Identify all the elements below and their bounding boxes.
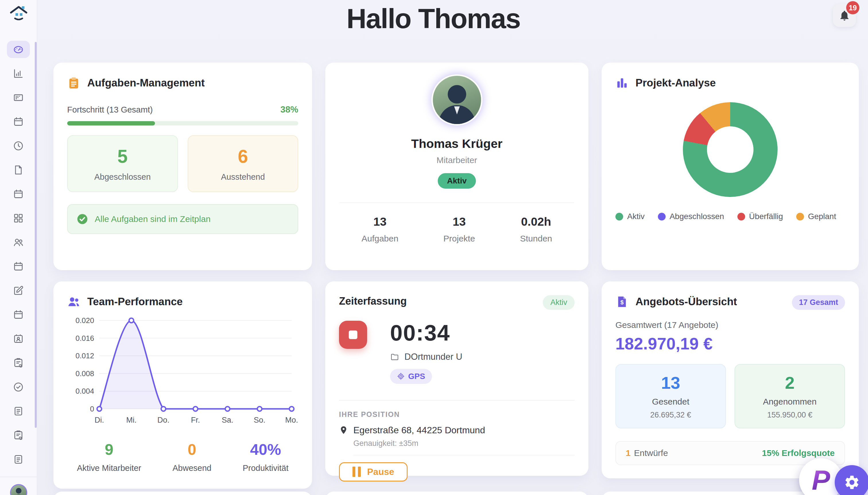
gps-label: GPS — [408, 372, 425, 381]
sidebar-item-file-text-15[interactable] — [7, 403, 30, 420]
legend-item: Überfällig — [737, 212, 783, 221]
svg-text:Di.: Di. — [95, 416, 104, 424]
app-logo-house-icon[interactable] — [9, 4, 28, 23]
svg-text:0.012: 0.012 — [75, 352, 94, 360]
sidebar — [0, 0, 37, 495]
folder-icon — [390, 352, 399, 361]
file-icon — [13, 164, 24, 176]
calendar-icon — [13, 188, 24, 200]
card-zeiterfassung: Zeiterfassung Aktiv 00:34 DOrtmunder U G… — [325, 281, 588, 476]
sidebar-item-calendar-9[interactable] — [7, 258, 30, 275]
divider — [340, 202, 574, 203]
donut-chart-wrap — [683, 102, 778, 197]
stat-completed: 5 Abgeschlossen — [67, 135, 178, 192]
card-aufgaben-management: Aufgaben-Management Fortschritt (13 Gesa… — [53, 63, 312, 270]
sidebar-item-clipboard-sync-16[interactable] — [7, 427, 30, 444]
timer-value: 00:34 — [390, 321, 463, 345]
card-angebots-uebersicht: $ Angebots-Übersicht 17 Gesamt Gesamtwer… — [602, 281, 859, 478]
profile-stat-stunden: 0.02h Stunden — [520, 215, 552, 243]
bar-chart-icon — [615, 76, 629, 89]
quotes-sent-amount: 26.695,32 € — [650, 411, 691, 420]
profile-name: Thomas Krüger — [411, 137, 503, 151]
svg-text:0.004: 0.004 — [75, 387, 94, 395]
quotes-sent-label: Gesendet — [652, 397, 689, 407]
stat-pending-label: Ausstehend — [221, 172, 265, 182]
team-stat-value: 40% — [243, 441, 289, 458]
svg-text:0.008: 0.008 — [75, 369, 94, 378]
pause-button[interactable]: Pause — [339, 462, 407, 481]
sidebar-item-clock-4[interactable] — [7, 137, 30, 154]
card-projekt-analyse: Projekt-Analyse AktivAbgeschlossenÜberfä… — [602, 63, 859, 270]
sidebar-divider — [0, 477, 37, 477]
grid-icon — [13, 212, 24, 224]
users-icon — [13, 237, 24, 248]
profile-stat-value: 13 — [444, 215, 475, 228]
sidebar-item-bar-chart-1[interactable] — [7, 65, 30, 82]
card-title: Zeiterfassung — [339, 295, 407, 307]
stat-completed-value: 5 — [117, 146, 128, 167]
svg-text:Sa.: Sa. — [222, 416, 233, 424]
drafts-count: 1 — [626, 448, 631, 458]
sidebar-scrollbar[interactable] — [35, 42, 37, 428]
next-row-card — [325, 492, 588, 495]
stop-button[interactable] — [339, 321, 367, 349]
notifications-button[interactable]: 19 — [833, 4, 856, 27]
progress-bar — [67, 121, 298, 125]
file-text-icon — [13, 454, 24, 465]
gear-icon — [844, 474, 860, 491]
gps-badge[interactable]: GPS — [390, 369, 432, 384]
profile-avatar — [433, 76, 481, 124]
profile-stat-label: Aufgaben — [361, 234, 398, 243]
pause-label: Pause — [367, 466, 394, 477]
quotes-total-value: 182.970,19 € — [615, 334, 845, 353]
divider — [339, 400, 575, 400]
card-title: Aufgaben-Management — [87, 77, 205, 89]
team-stat-produktivitaet: 40% Produktivität — [243, 441, 289, 473]
assistant-logo-icon: P — [812, 466, 830, 494]
position-accuracy: Genauigkeit: ±35m — [353, 439, 575, 455]
success-rate: 15% Erfolgsquote — [762, 448, 835, 458]
sidebar-item-users-8[interactable] — [7, 234, 30, 251]
card-team-performance: Team-Performance 00.0040.0080.0120.0160.… — [53, 281, 312, 489]
sidebar-item-calendar-3[interactable] — [7, 113, 30, 130]
profile-stat-value: 0.02h — [520, 215, 552, 228]
sidebar-avatar[interactable] — [10, 484, 27, 495]
sidebar-item-id-badge-12[interactable] — [7, 330, 30, 347]
progress-percent: 38% — [280, 104, 298, 115]
sidebar-item-dashboard-0[interactable] — [7, 41, 30, 58]
quotes-total-label: Gesamtwert (17 Angebote) — [615, 320, 845, 330]
notification-badge: 19 — [846, 1, 860, 14]
sidebar-item-edit-10[interactable] — [7, 282, 30, 299]
next-row-card — [53, 492, 312, 495]
quotes-accepted-amount: 155.950,00 € — [767, 411, 813, 420]
sidebar-item-check-circle-14[interactable] — [7, 378, 30, 396]
sidebar-item-kanban-2[interactable] — [7, 89, 30, 106]
clock-icon — [13, 140, 24, 152]
sidebar-item-clipboard-sync-13[interactable] — [7, 354, 30, 372]
quotes-accepted-box: 2 Angenommen 155.950,00 € — [734, 364, 845, 428]
sidebar-item-grid-7[interactable] — [7, 210, 30, 227]
stop-icon — [349, 330, 357, 339]
profile-stat-aufgaben: 13 Aufgaben — [361, 215, 398, 243]
svg-text:Mi.: Mi. — [126, 416, 137, 424]
dashboard-icon — [13, 44, 24, 55]
card-title: Team-Performance — [87, 296, 183, 308]
sidebar-item-file-text-17[interactable] — [7, 451, 30, 468]
sidebar-item-calendar-6[interactable] — [7, 186, 30, 203]
position-label: IHRE POSITION — [339, 410, 575, 419]
stat-completed-label: Abgeschlossen — [94, 172, 151, 182]
invoice-icon: $ — [615, 295, 629, 308]
check-circle-icon — [76, 213, 88, 225]
sidebar-item-file-5[interactable] — [7, 161, 30, 178]
progress-fill — [67, 121, 155, 125]
drafts-label: Entwürfe — [634, 448, 668, 458]
map-pin-icon — [339, 426, 348, 435]
position-address: Egerstraße 68, 44225 Dortmund — [353, 425, 485, 436]
svg-text:0: 0 — [90, 405, 94, 413]
sidebar-item-calendar-11[interactable] — [7, 306, 30, 323]
profile-stat-label: Stunden — [520, 234, 552, 243]
profile-stat-label: Projekte — [444, 234, 475, 243]
team-stat-aktive: 9 Aktive Mitarbeiter — [77, 441, 141, 473]
team-stat-value: 9 — [77, 441, 141, 458]
svg-text:Mo.: Mo. — [285, 416, 298, 424]
